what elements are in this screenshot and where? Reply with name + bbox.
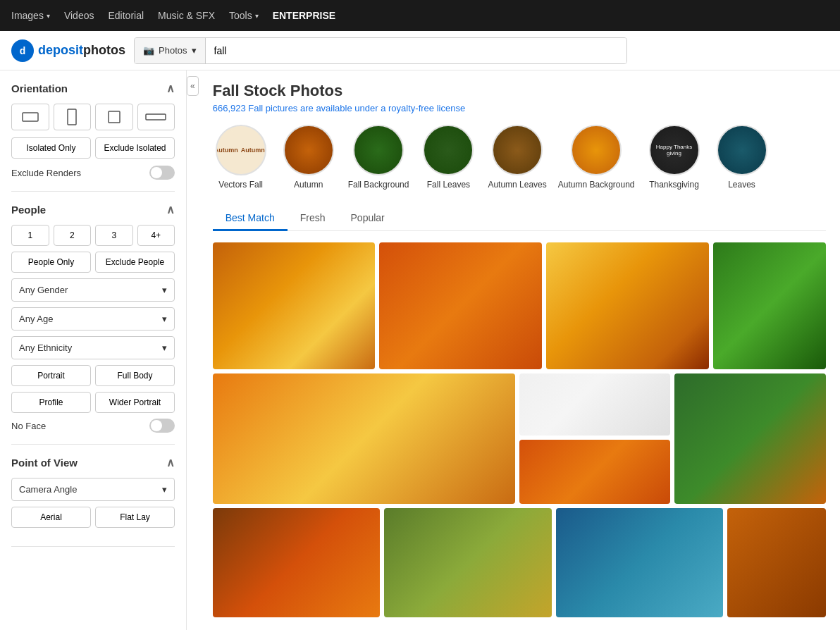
exclude-renders-toggle[interactable] — [149, 166, 175, 180]
category-leaves-circle — [717, 125, 767, 175]
photo-item-11[interactable] — [556, 508, 723, 617]
exclude-renders-label: Exclude Renders — [11, 168, 81, 178]
flat-lay-btn[interactable]: Flat Lay — [95, 507, 175, 528]
orient-landscape-btn[interactable] — [11, 104, 49, 130]
nav-images[interactable]: Images ▾ — [11, 10, 50, 21]
gender-dropdown[interactable]: Any Gender ▾ — [11, 278, 175, 302]
tab-best-match[interactable]: Best Match — [213, 206, 288, 231]
photo-item-9[interactable] — [213, 508, 380, 617]
people-count-4plus[interactable]: 4+ — [137, 225, 175, 246]
page-title: Fall Stock Photos — [213, 82, 826, 100]
category-autumn-bg[interactable]: Autumn Background — [558, 125, 635, 190]
photo-item-7[interactable] — [519, 440, 671, 504]
photo-item-10[interactable] — [384, 508, 551, 617]
photo-item-2[interactable] — [379, 242, 542, 369]
camera-angle-dropdown[interactable]: Camera Angle ▾ — [11, 478, 175, 501]
category-leaves-label: Leaves — [728, 180, 755, 190]
nav-music-sfx[interactable]: Music & SFX — [158, 10, 215, 21]
orientation-label: Orientation — [11, 82, 68, 94]
category-autumn-circle — [283, 125, 334, 175]
search-input[interactable] — [206, 38, 627, 63]
photo-item-1[interactable] — [213, 242, 376, 369]
people-only-row: People Only Exclude People — [11, 252, 175, 273]
photo-item-3[interactable] — [546, 242, 709, 369]
isolated-row: Isolated Only Exclude Isolated — [11, 137, 175, 159]
tab-fresh[interactable]: Fresh — [288, 206, 338, 231]
nav-editorial[interactable]: Editorial — [108, 10, 144, 21]
orient-portrait-btn[interactable] — [54, 104, 92, 130]
category-thanksgiving-circle: Happy Thanks giving — [649, 125, 700, 175]
nav-music-label: Music & SFX — [158, 10, 215, 21]
category-leaves[interactable]: Leaves — [714, 125, 770, 190]
pov-collapse-btn[interactable]: ∧ — [166, 456, 175, 469]
photo-item-8[interactable] — [674, 373, 826, 504]
category-fall-leaves[interactable]: Fall Leaves — [420, 125, 476, 190]
nav-videos[interactable]: Videos — [64, 10, 94, 21]
category-fall-bg-label: Fall Background — [348, 180, 409, 190]
category-autumn-bg-circle — [571, 125, 622, 175]
category-row: Autumn Vectors Fall Autumn Fall Backgrou… — [213, 125, 826, 192]
category-autumn-bg-label: Autumn Background — [558, 180, 635, 190]
people-count-2[interactable]: 2 — [54, 225, 92, 246]
isolated-only-btn[interactable]: Isolated Only — [11, 137, 91, 159]
portrait-btn[interactable]: Portrait — [11, 365, 91, 386]
category-fall-leaves-label: Fall Leaves — [427, 180, 470, 190]
pov-header: Point of View ∧ — [11, 456, 175, 469]
photo-item-6[interactable] — [519, 373, 671, 436]
category-autumn[interactable]: Autumn — [280, 125, 337, 190]
age-chevron: ▾ — [162, 314, 167, 324]
category-fall-bg-circle — [353, 125, 404, 175]
content-area: Fall Stock Photos 666,923 Fall pictures … — [199, 70, 840, 630]
portrait-row: Portrait Full Body — [11, 365, 175, 386]
full-body-btn[interactable]: Full Body — [95, 365, 175, 386]
age-dropdown[interactable]: Any Age ▾ — [11, 307, 175, 331]
subtitle-text: 666,923 Fall pictures are available unde… — [213, 103, 465, 113]
no-face-label: No Face — [11, 421, 46, 431]
people-collapse-btn[interactable]: ∧ — [166, 203, 175, 216]
category-vectors-fall[interactable]: Autumn Vectors Fall — [213, 125, 269, 190]
category-autumn-leaves-label: Autumn Leaves — [488, 180, 546, 190]
nav-tools[interactable]: Tools ▾ — [229, 10, 259, 21]
category-autumn-leaves[interactable]: Autumn Leaves — [488, 125, 546, 190]
sort-tabs: Best Match Fresh Popular — [213, 206, 826, 231]
nav-tools-label: Tools — [229, 10, 252, 21]
logo[interactable]: d depositphotos — [11, 39, 125, 62]
people-count-3[interactable]: 3 — [95, 225, 133, 246]
svg-rect-1 — [68, 109, 76, 125]
orient-square-btn[interactable] — [95, 104, 133, 130]
nav-enterprise[interactable]: ENTERPRISE — [273, 10, 335, 21]
photo-item-4[interactable] — [713, 242, 826, 369]
exclude-people-btn[interactable]: Exclude People — [95, 252, 175, 273]
nav-images-label: Images — [11, 10, 44, 21]
people-count-row: 1 2 3 4+ — [11, 225, 175, 246]
aerial-btn[interactable]: Aerial — [11, 507, 91, 528]
aerial-flatlay-row: Aerial Flat Lay — [11, 507, 175, 528]
gender-label: Any Gender — [19, 285, 68, 295]
search-type-button[interactable]: 📷 Photos ▾ — [135, 38, 205, 63]
wider-portrait-btn[interactable]: Wider Portrait — [95, 392, 175, 413]
collapse-panel-btn[interactable]: « — [187, 76, 199, 96]
profile-btn[interactable]: Profile — [11, 392, 91, 413]
square-icon — [107, 110, 121, 124]
tab-popular[interactable]: Popular — [338, 206, 397, 231]
ethnicity-label: Any Ethnicity — [19, 342, 72, 353]
category-autumn-label: Autumn — [294, 180, 323, 190]
no-face-toggle[interactable] — [149, 419, 175, 433]
people-only-btn[interactable]: People Only — [11, 252, 91, 273]
ethnicity-dropdown[interactable]: Any Ethnicity ▾ — [11, 336, 175, 359]
search-type-label: Photos — [159, 45, 187, 56]
photo-col-right — [519, 373, 671, 504]
category-vectors-fall-label: Vectors Fall — [218, 180, 263, 190]
orientation-collapse-btn[interactable]: ∧ — [166, 82, 175, 95]
collapse-arrows-icon: « — [190, 81, 195, 91]
category-fall-leaves-circle — [423, 125, 474, 175]
search-type-chevron: ▾ — [192, 45, 197, 56]
people-count-1[interactable]: 1 — [11, 225, 49, 246]
photo-item-5[interactable] — [213, 373, 515, 504]
exclude-isolated-btn[interactable]: Exclude Isolated — [95, 137, 175, 159]
category-thanksgiving[interactable]: Happy Thanks giving Thanksgiving — [646, 125, 703, 190]
pov-section: Point of View ∧ Camera Angle ▾ Aerial Fl… — [11, 456, 175, 547]
category-fall-background[interactable]: Fall Background — [348, 125, 409, 190]
photo-item-12[interactable] — [727, 508, 826, 617]
orient-panorama-btn[interactable] — [137, 104, 175, 130]
